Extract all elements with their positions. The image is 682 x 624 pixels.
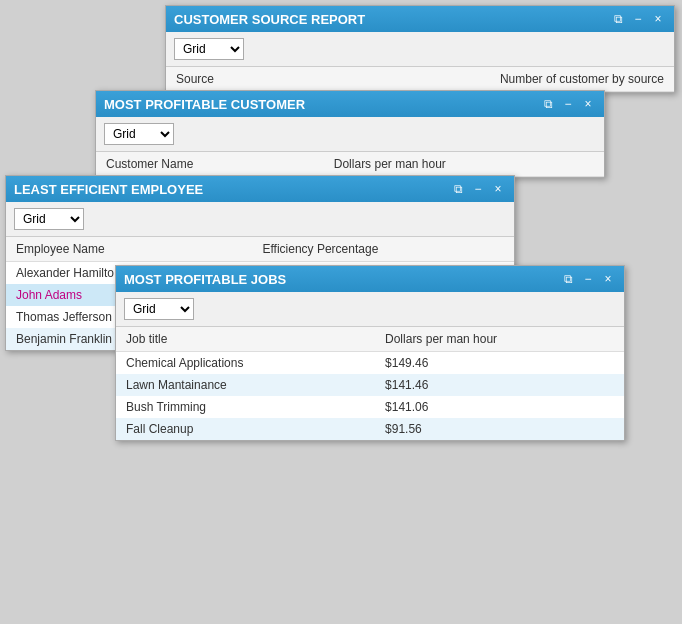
profitable-jobs-table: Job title Dollars per man hour Chemical … <box>116 327 624 440</box>
profitable-jobs-col2-header: Dollars per man hour <box>375 327 624 352</box>
profitable-customer-external-btn[interactable]: ⧉ <box>540 96 556 112</box>
least-efficient-titlebar: LEAST EFFICIENT EMPLOYEE ⧉ − × <box>6 176 514 202</box>
profitable-jobs-content: Job title Dollars per man hour Chemical … <box>116 327 624 440</box>
dollars-per-manhour-cell: $141.46 <box>375 374 624 396</box>
customer-source-close-btn[interactable]: × <box>650 11 666 27</box>
profitable-jobs-title: MOST PROFITABLE JOBS <box>124 272 560 287</box>
profitable-customer-close-btn[interactable]: × <box>580 96 596 112</box>
profitable-customer-title: MOST PROFITABLE CUSTOMER <box>104 97 540 112</box>
job-title-cell: Fall Cleanup <box>116 418 375 440</box>
customer-source-minimize-btn[interactable]: − <box>630 11 646 27</box>
least-efficient-controls: ⧉ − × <box>450 181 506 197</box>
profitable-customer-titlebar: MOST PROFITABLE CUSTOMER ⧉ − × <box>96 91 604 117</box>
profitable-customer-minimize-btn[interactable]: − <box>560 96 576 112</box>
table-row[interactable]: Fall Cleanup$91.56 <box>116 418 624 440</box>
job-title-cell: Chemical Applications <box>116 352 375 375</box>
profitable-jobs-toolbar: Grid Chart <box>116 292 624 327</box>
profitable-customer-toolbar: Grid Chart <box>96 117 604 152</box>
least-efficient-minimize-btn[interactable]: − <box>470 181 486 197</box>
customer-source-table: Source Number of customer by source <box>166 67 674 92</box>
customer-source-col1-header: Source <box>166 67 288 92</box>
customer-source-content: Source Number of customer by source <box>166 67 674 92</box>
customer-source-panel: CUSTOMER SOURCE REPORT ⧉ − × Grid Chart … <box>165 5 675 93</box>
least-efficient-grid-select[interactable]: Grid Chart <box>14 208 84 230</box>
profitable-jobs-external-btn[interactable]: ⧉ <box>560 271 576 287</box>
profitable-customer-panel: MOST PROFITABLE CUSTOMER ⧉ − × Grid Char… <box>95 90 605 178</box>
customer-source-col2-header: Number of customer by source <box>288 67 674 92</box>
table-row[interactable]: Chemical Applications$149.46 <box>116 352 624 375</box>
least-efficient-col2-header: Efficiency Percentage <box>252 237 514 262</box>
job-title-cell: Bush Trimming <box>116 396 375 418</box>
profitable-customer-content: Customer Name Dollars per man hour <box>96 152 604 177</box>
least-efficient-toolbar: Grid Chart <box>6 202 514 237</box>
table-row[interactable]: Lawn Mantainance$141.46 <box>116 374 624 396</box>
profitable-jobs-titlebar: MOST PROFITABLE JOBS ⧉ − × <box>116 266 624 292</box>
profitable-jobs-tbody: Chemical Applications$149.46Lawn Mantain… <box>116 352 624 441</box>
job-title-cell: Lawn Mantainance <box>116 374 375 396</box>
table-row[interactable]: Bush Trimming$141.06 <box>116 396 624 418</box>
profitable-jobs-panel: MOST PROFITABLE JOBS ⧉ − × Grid Chart Jo… <box>115 265 625 441</box>
least-efficient-title: LEAST EFFICIENT EMPLOYEE <box>14 182 450 197</box>
least-efficient-col1-header: Employee Name <box>6 237 252 262</box>
profitable-customer-controls: ⧉ − × <box>540 96 596 112</box>
profitable-jobs-controls: ⧉ − × <box>560 271 616 287</box>
profitable-jobs-col1-header: Job title <box>116 327 375 352</box>
dollars-per-manhour-cell: $149.46 <box>375 352 624 375</box>
dollars-per-manhour-cell: $91.56 <box>375 418 624 440</box>
customer-source-grid-select[interactable]: Grid Chart <box>174 38 244 60</box>
customer-source-title: CUSTOMER SOURCE REPORT <box>174 12 610 27</box>
profitable-customer-table: Customer Name Dollars per man hour <box>96 152 604 177</box>
customer-source-external-btn[interactable]: ⧉ <box>610 11 626 27</box>
profitable-jobs-minimize-btn[interactable]: − <box>580 271 596 287</box>
customer-source-toolbar: Grid Chart <box>166 32 674 67</box>
least-efficient-close-btn[interactable]: × <box>490 181 506 197</box>
least-efficient-external-btn[interactable]: ⧉ <box>450 181 466 197</box>
profitable-jobs-close-btn[interactable]: × <box>600 271 616 287</box>
profitable-jobs-grid-select[interactable]: Grid Chart <box>124 298 194 320</box>
customer-source-controls: ⧉ − × <box>610 11 666 27</box>
profitable-customer-col2-header: Dollars per man hour <box>324 152 604 177</box>
customer-source-titlebar: CUSTOMER SOURCE REPORT ⧉ − × <box>166 6 674 32</box>
profitable-customer-col1-header: Customer Name <box>96 152 324 177</box>
dollars-per-manhour-cell: $141.06 <box>375 396 624 418</box>
profitable-customer-grid-select[interactable]: Grid Chart <box>104 123 174 145</box>
